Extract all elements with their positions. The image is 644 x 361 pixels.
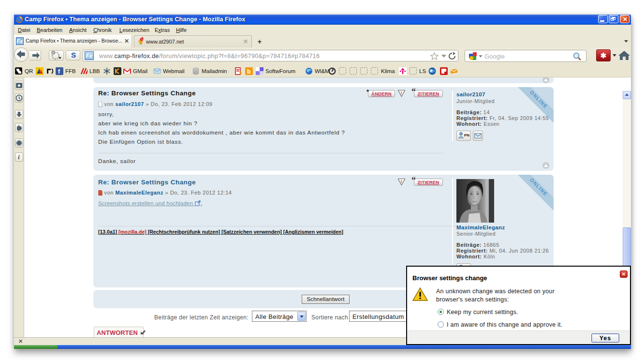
svg-text:!: !	[401, 90, 402, 95]
svg-text:Fx: Fx	[17, 38, 23, 44]
svg-text:b: b	[247, 68, 250, 75]
svg-text:!: !	[401, 179, 402, 184]
